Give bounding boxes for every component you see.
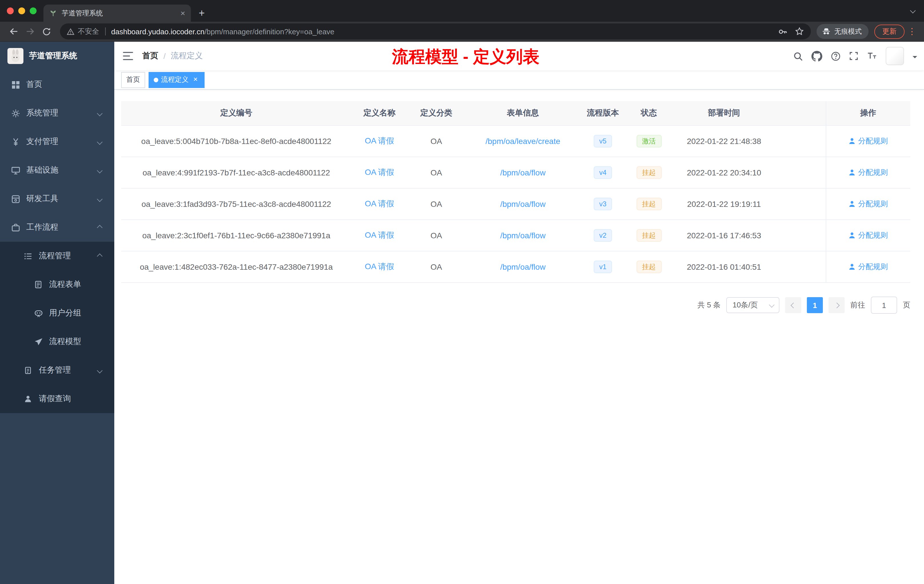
version-tag: v4 — [594, 166, 612, 179]
window-zoom-button[interactable] — [30, 7, 36, 14]
sidebar-item-process-management[interactable]: 流程管理 — [0, 242, 114, 270]
user-icon — [848, 201, 855, 208]
logo-title: 芋道管理系统 — [29, 51, 77, 61]
version-tag: v3 — [594, 198, 612, 210]
definition-category: OA — [408, 220, 465, 251]
form-link[interactable]: /bpm/oa/flow — [500, 200, 546, 209]
assign-rule-link[interactable]: 分配规则 — [848, 136, 888, 146]
version-tag: v5 — [594, 135, 612, 147]
breadcrumb-home[interactable]: 首页 — [142, 51, 158, 61]
goto-page-input[interactable] — [871, 297, 897, 314]
bookmark-star-icon[interactable] — [795, 26, 804, 36]
tab-title: 芋道管理系统 — [62, 8, 103, 18]
clipboard-icon — [23, 366, 33, 375]
back-button[interactable] — [6, 24, 21, 39]
status-tag: 激活 — [636, 135, 662, 147]
definition-name-link[interactable]: OA 请假 — [365, 262, 394, 271]
form-link[interactable]: /bpm/oa/flow — [500, 262, 546, 271]
form-link[interactable]: /bpm/oa/flow — [500, 168, 546, 177]
tags-view: 首页 流程定义 × — [114, 70, 924, 90]
current-page-button[interactable]: 1 — [807, 297, 823, 313]
deploy-time: 2022-01-16 17:46:53 — [673, 220, 776, 251]
sidebar-item-dashboard[interactable]: 首页 — [0, 70, 114, 99]
sidebar-item-infrastructure[interactable]: 基础设施 — [0, 156, 114, 185]
breadcrumb-separator: / — [163, 51, 166, 61]
font-size-icon[interactable] — [867, 51, 877, 61]
col-definition-id: 定义编号 — [121, 101, 351, 125]
search-icon[interactable] — [793, 51, 803, 61]
window-close-button[interactable] — [7, 7, 14, 14]
status-tag: 挂起 — [636, 166, 662, 179]
sidebar-item-process-form[interactable]: 流程表单 — [0, 270, 114, 299]
sidebar-item-payment[interactable]: 支付管理 — [0, 127, 114, 156]
table-row: oa_leave:1:482ec033-762a-11ec-8477-a2380… — [121, 251, 910, 282]
window-minimize-button[interactable] — [18, 7, 25, 14]
chevron-down-icon — [97, 196, 102, 202]
browser-tab[interactable]: 芋道管理系统 × — [43, 5, 191, 22]
avatar[interactable] — [886, 47, 904, 65]
sidebar-item-leave-query[interactable]: 请假查询 — [0, 384, 114, 413]
definition-name-link[interactable]: OA 请假 — [365, 136, 394, 145]
password-key-icon[interactable] — [778, 26, 787, 36]
update-browser-button[interactable]: 更新 — [874, 24, 904, 39]
page-unit-label: 页 — [903, 300, 910, 310]
sidebar-item-process-model[interactable]: 流程模型 — [0, 327, 114, 356]
form-link[interactable]: /bpm/oa/flow — [500, 231, 546, 240]
page-size-select[interactable]: 10条/页 — [726, 297, 779, 313]
navbar: 首页 / 流程定义 流程模型 - 定义列表 — [114, 42, 924, 70]
reload-button[interactable] — [39, 24, 54, 39]
definition-table: 定义编号 定义名称 定义分类 表单信息 流程版本 状态 部署时间 操作 — [121, 101, 910, 283]
tag-process-definition[interactable]: 流程定义 × — [148, 72, 205, 88]
avatar-caret-icon[interactable] — [912, 56, 917, 61]
definition-name-link[interactable]: OA 请假 — [365, 167, 394, 177]
definition-category: OA — [408, 188, 465, 220]
sidebar-item-task-management[interactable]: 任务管理 — [0, 356, 114, 384]
col-actions: 操作 — [826, 101, 910, 125]
assign-rule-link[interactable]: 分配规则 — [848, 262, 888, 272]
tag-home[interactable]: 首页 — [121, 72, 145, 88]
tab-close-icon[interactable]: × — [181, 9, 185, 17]
sidebar-item-user-group[interactable]: 用户分组 — [0, 299, 114, 327]
sidebar-item-workflow[interactable]: 工作流程 — [0, 213, 114, 242]
tab-search-icon[interactable] — [911, 5, 915, 15]
forward-button[interactable] — [22, 24, 38, 39]
sidebar-item-system[interactable]: 系统管理 — [0, 99, 114, 127]
incognito-icon — [822, 27, 831, 36]
github-icon[interactable] — [812, 51, 822, 61]
incognito-badge: 无痕模式 — [817, 24, 869, 39]
browser-tabstrip: 芋道管理系统 × + — [0, 0, 924, 22]
address-bar[interactable]: 不安全 dashboard.yudao.iocoder.cn /bpm/mana… — [60, 23, 811, 40]
goto-label: 前往 — [850, 300, 865, 310]
list-icon — [23, 251, 33, 261]
assign-rule-link[interactable]: 分配规则 — [848, 167, 888, 178]
next-page-button[interactable] — [828, 297, 845, 313]
chevron-down-icon — [97, 110, 102, 116]
browser-window: 芋道管理系统 × + 不安全 dashboard.yudao.iocoder.c… — [0, 0, 924, 584]
sidebar-collapse-icon[interactable] — [123, 51, 133, 61]
fullscreen-icon[interactable] — [849, 51, 858, 61]
sidebar-item-devtools[interactable]: 研发工具 — [0, 185, 114, 213]
security-chip[interactable]: 不安全 — [67, 26, 99, 36]
definition-name-link[interactable]: OA 请假 — [365, 199, 394, 208]
app-logo[interactable]: 芋道管理系统 — [0, 42, 114, 70]
col-deploy-time: 部署时间 — [673, 101, 776, 125]
help-icon[interactable] — [831, 51, 841, 61]
definition-category: OA — [408, 157, 465, 188]
new-tab-button[interactable]: + — [194, 5, 209, 21]
status-tag: 挂起 — [636, 229, 662, 242]
user-icon — [848, 138, 855, 145]
form-link[interactable]: /bpm/oa/leave/create — [485, 137, 560, 146]
definition-name-link[interactable]: OA 请假 — [365, 230, 394, 239]
tag-close-icon[interactable]: × — [191, 76, 200, 84]
prev-page-button[interactable] — [785, 297, 801, 313]
table-row: oa_leave:5:004b710b-7b8a-11ec-8ef0-acde4… — [121, 125, 910, 157]
definition-category: OA — [408, 251, 465, 282]
navbar-actions — [793, 47, 924, 65]
assign-rule-link[interactable]: 分配规则 — [848, 199, 888, 209]
assign-rule-link[interactable]: 分配规则 — [848, 230, 888, 241]
deploy-time: 2022-01-22 21:48:38 — [673, 125, 776, 157]
table-header-row: 定义编号 定义名称 定义分类 表单信息 流程版本 状态 部署时间 操作 — [121, 101, 910, 125]
url-host: dashboard.yudao.iocoder.cn — [111, 27, 205, 36]
browser-menu-icon[interactable]: ⋮ — [906, 26, 918, 36]
definition-id: oa_leave:2:3c1f0ef1-76b1-11ec-9c66-a2380… — [121, 220, 351, 251]
